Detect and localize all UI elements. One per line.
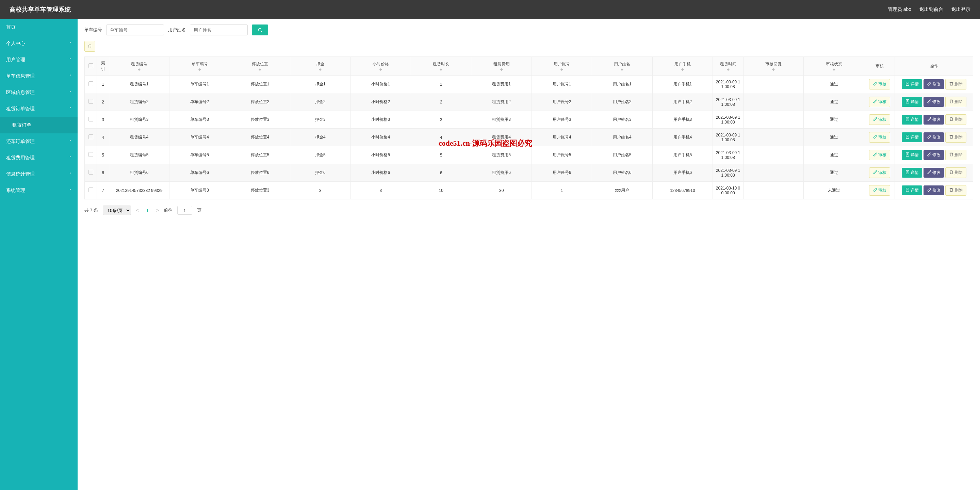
cell: 2021-03-09 11:00:08	[713, 76, 743, 93]
detail-button[interactable]: 详情	[902, 97, 922, 107]
detail-button[interactable]: 详情	[902, 79, 922, 89]
row-checkbox[interactable]	[89, 99, 93, 104]
sidebar-item-个人中心[interactable]: 个人中心˅	[0, 35, 78, 52]
delete-button[interactable]: 删除	[945, 167, 966, 178]
delete-button[interactable]: 删除	[945, 97, 966, 107]
col-header-3[interactable]: 单车编号◆	[169, 57, 230, 76]
delete-button[interactable]: 删除	[945, 185, 966, 196]
sidebar-item-租赁费用管理[interactable]: 租赁费用管理˅	[0, 150, 78, 166]
doc-icon	[905, 188, 910, 193]
audit-button[interactable]: 审核	[869, 185, 890, 196]
page-size-select[interactable]: 10条/页	[103, 205, 131, 215]
detail-button[interactable]: 详情	[902, 115, 922, 124]
filter-user-input[interactable]	[190, 24, 248, 35]
col-header-9[interactable]: 用户账号◆	[531, 57, 592, 76]
audit-button[interactable]: 审核	[869, 167, 890, 178]
audit-button[interactable]: 审核	[869, 97, 890, 107]
cell: 单车编号3	[169, 111, 230, 129]
user-label[interactable]: 管理员 abo	[888, 6, 911, 13]
next-page[interactable]: >	[156, 208, 159, 213]
col-header-12[interactable]: 租赁时间◆	[713, 57, 743, 76]
col-header-5[interactable]: 押金◆	[290, 57, 350, 76]
delete-button[interactable]: 删除	[945, 79, 966, 89]
detail-button[interactable]: 详情	[902, 185, 922, 195]
cell: 停放位置1	[230, 76, 290, 93]
cell: 审核	[864, 111, 895, 129]
sidebar-item-系统管理[interactable]: 系统管理˅	[0, 182, 78, 199]
cell: 详情修改删除	[895, 164, 973, 182]
cell: 10	[411, 182, 471, 199]
cell: 5	[97, 146, 109, 164]
cell: 审核	[864, 182, 895, 199]
col-header-8[interactable]: 租赁费用◆	[471, 57, 531, 76]
cell: 停放位置3	[230, 182, 290, 199]
logout-link[interactable]: 退出登录	[951, 6, 970, 13]
edit-icon	[927, 81, 932, 87]
filter-bike-label: 单车编号	[84, 27, 102, 33]
cell: 用户手机6	[652, 164, 713, 182]
prev-page[interactable]: <	[136, 208, 138, 213]
sidebar-item-首页[interactable]: 首页	[0, 19, 78, 35]
audit-button[interactable]: 审核	[869, 132, 890, 143]
audit-button[interactable]: 审核	[869, 150, 890, 160]
edit-button[interactable]: 修改	[924, 185, 944, 195]
goto-input[interactable]	[177, 206, 192, 215]
audit-button[interactable]: 审核	[869, 79, 890, 89]
col-header-13[interactable]: 审核回复◆	[743, 57, 804, 76]
col-header-10[interactable]: 用户姓名◆	[592, 57, 652, 76]
cell	[743, 93, 804, 111]
col-header-14[interactable]: 审核状态◆	[804, 57, 864, 76]
detail-button[interactable]: 详情	[902, 168, 922, 178]
delete-button[interactable]: 删除	[945, 150, 966, 160]
sidebar-item-租赁订单[interactable]: 租赁订单	[0, 117, 78, 134]
delete-button[interactable]: 删除	[945, 115, 966, 125]
col-header-6[interactable]: 小时价格◆	[350, 57, 411, 76]
sidebar: 首页个人中心˅用户管理˅单车信息管理˅区域信息管理˅租赁订单管理˄租赁订单还车订…	[0, 19, 78, 490]
row-checkbox[interactable]	[89, 188, 93, 192]
cell: 用户手机5	[652, 146, 713, 164]
sidebar-item-用户管理[interactable]: 用户管理˅	[0, 52, 78, 68]
sidebar-item-单车信息管理[interactable]: 单车信息管理˅	[0, 68, 78, 84]
edit-button[interactable]: 修改	[924, 97, 944, 107]
table-row: 6租赁编号6单车编号6停放位置6押金6小时价格66租赁费用6用户账号6用户姓名6…	[85, 164, 973, 182]
col-header-4[interactable]: 停放位置◆	[230, 57, 290, 76]
edit-button[interactable]: 修改	[924, 168, 944, 178]
col-header-2[interactable]: 租赁编号◆	[109, 57, 169, 76]
doc-icon	[905, 117, 910, 123]
col-header-7[interactable]: 租赁时长◆	[411, 57, 471, 76]
current-page[interactable]: 1	[143, 207, 151, 215]
header-right: 管理员 abo 退出到前台 退出登录	[888, 6, 970, 13]
edit-button[interactable]: 修改	[924, 132, 944, 142]
row-checkbox[interactable]	[89, 134, 93, 139]
sidebar-item-租赁订单管理[interactable]: 租赁订单管理˄	[0, 101, 78, 117]
sidebar-item-信息统计管理[interactable]: 信息统计管理˅	[0, 166, 78, 182]
batch-delete-button[interactable]	[84, 41, 95, 52]
filter-bike-input[interactable]	[106, 24, 164, 35]
sidebar-item-label: 用户管理	[6, 57, 25, 63]
row-checkbox[interactable]	[89, 170, 93, 175]
select-all-checkbox[interactable]	[89, 63, 93, 68]
sidebar-item-还车订单管理[interactable]: 还车订单管理˅	[0, 134, 78, 150]
cell: 审核	[864, 129, 895, 146]
col-header-11[interactable]: 用户手机◆	[652, 57, 713, 76]
doc-icon	[905, 152, 910, 158]
search-button[interactable]	[252, 24, 268, 35]
audit-button[interactable]: 审核	[869, 115, 890, 125]
sidebar-item-label: 系统管理	[6, 188, 25, 194]
detail-button[interactable]: 详情	[902, 132, 922, 142]
edit-icon	[927, 188, 932, 193]
to-front-link[interactable]: 退出到前台	[920, 6, 943, 13]
edit-button[interactable]: 修改	[924, 79, 944, 89]
row-checkbox[interactable]	[89, 117, 93, 121]
sidebar-item-区域信息管理[interactable]: 区域信息管理˅	[0, 84, 78, 101]
cell: 通过	[804, 129, 864, 146]
edit-button[interactable]: 修改	[924, 115, 944, 124]
row-checkbox[interactable]	[89, 81, 93, 86]
row-checkbox[interactable]	[89, 152, 93, 157]
cell: 2	[97, 93, 109, 111]
detail-button[interactable]: 详情	[902, 150, 922, 160]
edit-button[interactable]: 修改	[924, 150, 944, 160]
delete-button[interactable]: 删除	[945, 132, 966, 143]
col-header-15: 审核	[864, 57, 895, 76]
edit-icon	[873, 99, 878, 105]
